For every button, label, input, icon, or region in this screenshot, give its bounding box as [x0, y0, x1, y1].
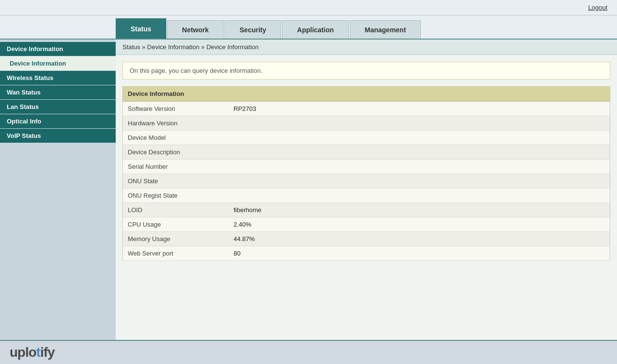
table-row-label: LOID	[123, 203, 229, 217]
table-row-label: ONU Regist State	[123, 189, 229, 203]
table-row-value: 44.87%	[229, 232, 610, 246]
main-layout: Device InformationDevice InformationWire…	[0, 40, 617, 350]
nav-tab-security[interactable]: Security	[225, 20, 281, 39]
sidebar-group-voip-status-group[interactable]: VoIP Status	[0, 129, 116, 143]
table-row-label: Serial Number	[123, 160, 229, 174]
table-row: Serial Number	[123, 160, 610, 174]
table-row: ONU State	[123, 174, 610, 189]
nav-tab-management[interactable]: Management	[350, 20, 421, 39]
table-row-label: Device Model	[123, 131, 229, 145]
bottom-bar: uplotify	[0, 340, 617, 364]
table-row-value	[229, 116, 610, 131]
table-row-label: Memory Usage	[123, 232, 229, 246]
table-row-label: Software Version	[123, 102, 229, 116]
table-row: Device Description	[123, 145, 610, 160]
sidebar-group-lan-status-group[interactable]: Lan Status	[0, 100, 116, 114]
nav-tabs: StatusNetworkSecurityApplicationManageme…	[0, 15, 617, 40]
sidebar-group-wireless-status-group[interactable]: Wireless Status	[0, 71, 116, 85]
nav-tab-application[interactable]: Application	[282, 20, 349, 39]
table-row-value: fiberhome	[229, 203, 610, 217]
table-row-value	[229, 145, 610, 160]
sidebar: Device InformationDevice InformationWire…	[0, 40, 116, 350]
info-notice-text: On this page, you can query device infor…	[130, 67, 262, 74]
table-row-value	[229, 160, 610, 174]
table-row-value	[229, 174, 610, 189]
table-row: CPU Usage2.40%	[123, 217, 610, 232]
nav-tab-status[interactable]: Status	[116, 18, 166, 39]
watermark-prefix: uplo	[10, 345, 36, 360]
table-row-label: ONU State	[123, 174, 229, 189]
table-row-value: RP2703	[229, 102, 610, 116]
table-row-value	[229, 189, 610, 203]
table-row-label: Hardware Version	[123, 116, 229, 131]
sidebar-group-optical-info-group[interactable]: Optical Info	[0, 114, 116, 128]
table-row-value: 2.40%	[229, 217, 610, 232]
table-row: Hardware Version	[123, 116, 610, 131]
table-row: Web Server port80	[123, 246, 610, 261]
table-row-value: 80	[229, 246, 610, 261]
table-row-label: CPU Usage	[123, 217, 229, 232]
table-title: Device Information	[122, 86, 610, 101]
table-row: Software VersionRP2703	[123, 102, 610, 116]
table-row: Device Model	[123, 131, 610, 145]
table-row-label: Device Description	[123, 145, 229, 160]
watermark: uplotify	[10, 345, 54, 360]
info-table: Software VersionRP2703Hardware VersionDe…	[122, 101, 610, 261]
watermark-suffix: ify	[40, 345, 54, 360]
table-row-value	[229, 131, 610, 145]
sidebar-group-wan-status-group[interactable]: Wan Status	[0, 85, 116, 99]
content-area: Status » Device Information » Device Inf…	[116, 40, 617, 350]
table-section: Device Information Software VersionRP270…	[122, 86, 610, 261]
top-bar: Logout	[0, 0, 617, 15]
logout-button[interactable]: Logout	[588, 4, 607, 11]
table-row: ONU Regist State	[123, 189, 610, 203]
sidebar-item-device-information[interactable]: Device Information	[0, 56, 116, 70]
nav-tab-network[interactable]: Network	[167, 20, 224, 39]
table-row: LOIDfiberhome	[123, 203, 610, 217]
table-row-label: Web Server port	[123, 246, 229, 261]
breadcrumb: Status » Device Information » Device Inf…	[116, 40, 617, 55]
info-notice: On this page, you can query device infor…	[122, 62, 610, 80]
sidebar-group-device-info-group[interactable]: Device Information	[0, 42, 116, 56]
table-row: Memory Usage44.87%	[123, 232, 610, 246]
